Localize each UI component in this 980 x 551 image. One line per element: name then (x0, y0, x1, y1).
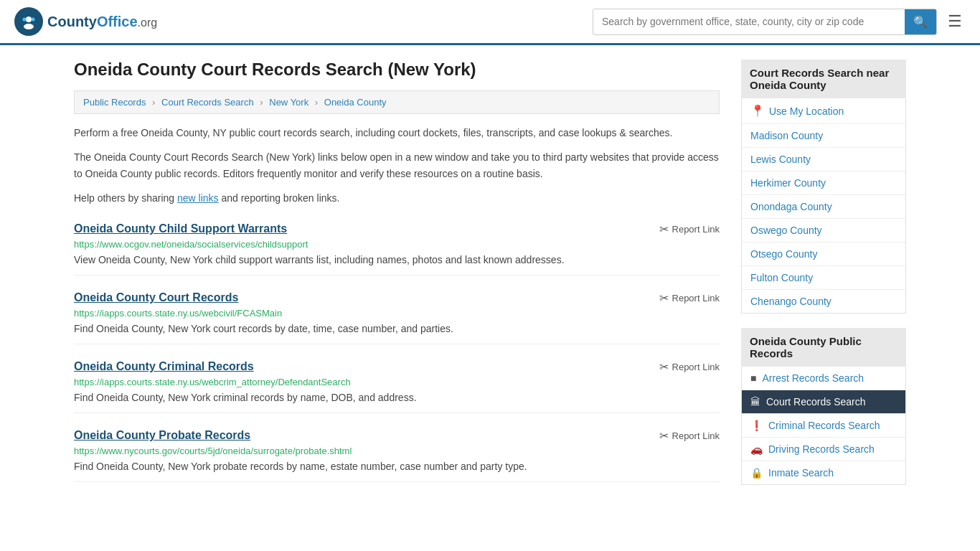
result-item: Oneida County Child Support Warrants ✂ R… (74, 222, 720, 276)
search-input[interactable] (593, 10, 905, 33)
search-button[interactable]: 🔍 (905, 9, 936, 34)
sidebar-public-records-header: Oneida County Public Records (741, 328, 906, 367)
sidebar-item-otsego[interactable]: Otsego County (742, 242, 905, 266)
location-icon: 📍 (750, 104, 765, 118)
site-header: CountyOffice.org 🔍 ☰ (0, 0, 980, 45)
report-icon: ✂ (659, 429, 669, 443)
sidebar-nearby: Court Records Search near Oneida County … (741, 60, 906, 314)
logo[interactable]: CountyOffice.org (14, 7, 157, 36)
report-link[interactable]: ✂ Report Link (659, 222, 720, 236)
sidebar-nearby-header: Court Records Search near Oneida County (741, 60, 906, 98)
result-item: Oneida County Court Records ✂ Report Lin… (74, 291, 720, 344)
sidebar-item-court[interactable]: 🏛 Court Records Search (742, 390, 905, 414)
sidebar: Court Records Search near Oneida County … (741, 60, 906, 499)
svg-point-3 (23, 18, 27, 22)
menu-icon[interactable]: ☰ (944, 9, 966, 34)
report-icon: ✂ (659, 360, 669, 374)
result-item: Oneida County Probate Records ✂ Report L… (74, 429, 720, 482)
svg-point-2 (24, 24, 34, 29)
result-title[interactable]: Oneida County Criminal Records (74, 360, 254, 373)
sidebar-item-oswego[interactable]: Oswego County (742, 219, 905, 242)
inmate-icon: 🔒 (750, 467, 763, 479)
sidebar-item-fulton[interactable]: Fulton County (742, 266, 905, 290)
sidebar-item-chenango[interactable]: Chenango County (742, 290, 905, 313)
result-desc: Find Oneida County, New York criminal re… (74, 390, 720, 405)
breadcrumb-public-records[interactable]: Public Records (83, 97, 146, 108)
arrest-icon: ■ (750, 372, 756, 384)
breadcrumb: Public Records › Court Records Search › … (74, 90, 720, 114)
sidebar-public-records-list: ■ Arrest Records Search 🏛 Court Records … (741, 367, 906, 485)
description-2: The Oneida County Court Records Search (… (74, 149, 720, 182)
use-location[interactable]: 📍 Use My Location (742, 98, 905, 124)
report-link[interactable]: ✂ Report Link (659, 429, 720, 443)
criminal-icon: ❗ (750, 420, 763, 431)
result-url: https://www.nycourts.gov/courts/5jd/onei… (74, 446, 720, 456)
sidebar-item-inmate[interactable]: 🔒 Inmate Search (742, 461, 905, 484)
description-3: Help others by sharing new links and rep… (74, 190, 720, 206)
svg-point-4 (32, 18, 35, 22)
result-url: https://iapps.courts.state.ny.us/webcrim… (74, 377, 720, 387)
report-link[interactable]: ✂ Report Link (659, 291, 720, 305)
result-title[interactable]: Oneida County Court Records (74, 291, 238, 304)
sidebar-item-onondaga[interactable]: Onondaga County (742, 195, 905, 219)
result-desc: Find Oneida County, New York probate rec… (74, 459, 720, 474)
report-icon: ✂ (659, 291, 669, 305)
page-title: Oneida County Court Records Search (New … (74, 60, 720, 80)
report-icon: ✂ (659, 222, 669, 236)
description-1: Perform a free Oneida County, NY public … (74, 125, 720, 141)
sidebar-public-records: Oneida County Public Records ■ Arrest Re… (741, 328, 906, 485)
breadcrumb-court-records[interactable]: Court Records Search (161, 97, 254, 108)
result-url: https://iapps.courts.state.ny.us/webcivi… (74, 308, 720, 319)
result-url: https://www.ocgov.net/oneida/socialservi… (74, 239, 720, 250)
new-links-link[interactable]: new links (177, 192, 219, 204)
result-desc: View Oneida County, New York child suppo… (74, 253, 720, 268)
result-desc: Find Oneida County, New York court recor… (74, 321, 720, 336)
main-content: Oneida County Court Records Search (New … (74, 60, 720, 499)
court-icon: 🏛 (750, 396, 760, 408)
report-link[interactable]: ✂ Report Link (659, 360, 720, 374)
breadcrumb-new-york[interactable]: New York (269, 97, 308, 108)
result-title[interactable]: Oneida County Probate Records (74, 429, 250, 442)
sidebar-item-lewis[interactable]: Lewis County (742, 148, 905, 171)
sidebar-item-driving[interactable]: 🚗 Driving Records Search (742, 438, 905, 461)
sidebar-item-herkimer[interactable]: Herkimer County (742, 171, 905, 195)
sidebar-item-criminal[interactable]: ❗ Criminal Records Search (742, 414, 905, 438)
search-bar[interactable]: 🔍 (593, 9, 937, 35)
result-item: Oneida County Criminal Records ✂ Report … (74, 360, 720, 413)
sidebar-item-arrest[interactable]: ■ Arrest Records Search (742, 367, 905, 390)
driving-icon: 🚗 (750, 443, 763, 455)
use-location-link[interactable]: Use My Location (769, 105, 844, 117)
logo-icon (14, 7, 43, 36)
svg-point-1 (26, 17, 32, 22)
breadcrumb-oneida[interactable]: Oneida County (324, 97, 387, 108)
header-controls: 🔍 ☰ (593, 9, 966, 35)
logo-text: CountyOffice.org (47, 14, 157, 30)
result-title[interactable]: Oneida County Child Support Warrants (74, 222, 287, 235)
sidebar-item-madison[interactable]: Madison County (742, 124, 905, 148)
sidebar-nearby-list: 📍 Use My Location Madison County Lewis C… (741, 98, 906, 314)
main-container: Oneida County Court Records Search (New … (60, 45, 920, 514)
